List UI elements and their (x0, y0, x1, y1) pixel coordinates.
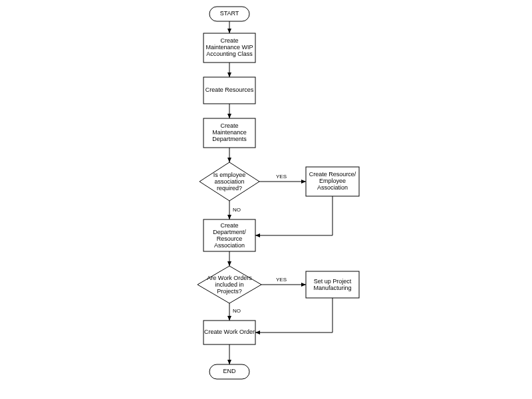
yes-label: YES (276, 277, 287, 283)
n4-label: Create Resource/ (309, 171, 356, 178)
edge (255, 196, 332, 235)
n5-label: Association (214, 242, 245, 249)
no-label: NO (233, 207, 241, 213)
n4-label: Association (317, 184, 348, 191)
n5-label: Department/ (213, 229, 246, 235)
n6-label: Manufacturing (313, 285, 351, 291)
edge (255, 298, 332, 332)
d1-label: Is employee (213, 172, 246, 178)
d2-label: Projects? (217, 288, 242, 295)
n4-label: Employee (319, 178, 346, 184)
n7-label: Create Work Order (204, 329, 255, 335)
n5-label: Resource (217, 235, 243, 242)
start-label: START (220, 10, 239, 17)
d2-label: included in (215, 281, 243, 288)
n2-label: Create Resources (205, 86, 254, 93)
d1-label: required? (217, 185, 242, 192)
n5-label: Create (220, 222, 238, 229)
n3-label: Create (220, 122, 238, 129)
n1-label: Accounting Class (206, 51, 253, 57)
n1-label: Create (220, 37, 238, 44)
d2-label: Are Work Orders (207, 275, 252, 281)
d1-label: association (214, 178, 244, 185)
end-label: END (223, 368, 236, 374)
n1-label: Maintenance WIP (205, 44, 253, 51)
yes-label: YES (276, 174, 287, 180)
flowchart: START Create Maintenance WIP Accounting … (0, 0, 532, 399)
no-label: NO (233, 308, 241, 314)
n6-label: Set up Project (314, 278, 352, 285)
n3-label: Maintenance (212, 129, 247, 136)
n3-label: Departments (212, 136, 247, 142)
